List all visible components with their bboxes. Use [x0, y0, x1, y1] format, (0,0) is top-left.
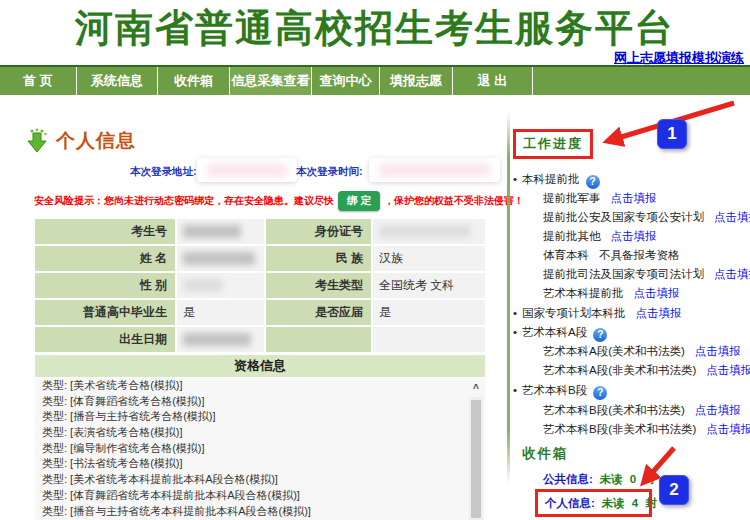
nav-item-home[interactable]: 首 页 — [0, 67, 77, 95]
nav-item-fill-volunteer[interactable]: 填报志愿 — [380, 67, 453, 95]
fill-link[interactable]: 点击填报 — [714, 268, 750, 280]
progress-sub-row: 提前批司法及国家专项司法计划点击填报 — [543, 267, 750, 282]
progress-item-label: 提前批司法及国家专项司法计划 — [543, 268, 704, 280]
qualification-item: 类型: [播音与主持省统考合格(模拟)] — [35, 409, 485, 425]
vertical-divider — [507, 112, 510, 484]
progress-item-label: 提前批公安及国家专项公安计划 — [543, 211, 704, 223]
progress-group-row: •本科提前批? — [513, 172, 600, 189]
public-info-link[interactable]: 公共信息: — [543, 473, 593, 485]
progress-group-label: 本科提前批 — [522, 173, 580, 185]
field-value-birth-date — [177, 327, 264, 352]
help-icon[interactable]: ? — [593, 386, 607, 400]
inbox-title: 收件箱 — [522, 445, 569, 463]
progress-item-label: 艺术本科A段(非美术和书法类) — [543, 364, 696, 376]
qualification-item: 类型: [体育舞蹈省统考本科提前批本科A段合格(模拟)] — [35, 488, 485, 504]
fill-link[interactable]: 点击填报 — [636, 307, 682, 319]
personal-info-link[interactable]: 个人信息: — [545, 497, 595, 509]
unread-unit: 封 — [643, 473, 655, 485]
qualification-item: 类型: [表演省统考合格(模拟)] — [35, 425, 485, 441]
progress-group-row: •艺术本科A段? — [513, 325, 607, 342]
scrollbar-thumb[interactable] — [471, 400, 481, 518]
progress-sub-row: 艺术本科A段(非美术和书法类)点击填报 — [543, 363, 750, 378]
nav-item-logout[interactable]: 退 出 — [453, 67, 533, 95]
progress-sub-row: 艺术本科提前批点击填报 — [543, 286, 680, 301]
field-label-birth-date: 出生日期 — [35, 327, 175, 352]
fill-link[interactable]: 点击填报 — [706, 364, 750, 376]
page-title: 河南省普通高校招生考生服务平台 — [0, 3, 750, 54]
inbox-personal-row: 个人信息:未读4封 — [545, 496, 657, 511]
section-title: 个人信息 — [56, 128, 136, 154]
fill-link[interactable]: 点击填报 — [611, 230, 657, 242]
redaction-blur — [207, 164, 287, 176]
fill-link[interactable]: 点击填报 — [695, 345, 741, 357]
scroll-up-icon[interactable]: ^ — [469, 382, 483, 396]
progress-item-label: 体育本科 — [543, 249, 589, 261]
field-value-id-no — [373, 219, 485, 244]
progress-group-row: •国家专项计划本科批点击填报 — [513, 306, 682, 321]
progress-sub-row: 艺术本科B段(非美术和书法类)点击填报 — [543, 422, 750, 437]
progress-sub-row: 提前批其他点击填报 — [543, 229, 657, 244]
field-value-gender — [177, 273, 264, 298]
fill-link[interactable]: 点击填报 — [706, 423, 750, 435]
progress-sub-row: 体育本科不具备报考资格 — [543, 248, 680, 263]
nav-item-query-center[interactable]: 查询中心 — [312, 67, 380, 95]
field-value-regular-hs-grad: 是 — [177, 300, 264, 325]
main-nav: 首 页 系统信息 收件箱 信息采集查看 查询中心 填报志愿 退 出 — [0, 65, 750, 95]
fill-link[interactable]: 点击填报 — [611, 192, 657, 204]
unread-count: 4 — [632, 497, 638, 509]
field-label-ethnicity: 民 族 — [266, 246, 371, 271]
qualification-item: 类型: [播音与主持省统考本科提前批本科A段合格(模拟)] — [35, 504, 485, 520]
not-qualified-note: 不具备报考资格 — [599, 249, 680, 261]
progress-group-row: •艺术本科B段? — [513, 383, 607, 400]
progress-sub-row: 提前批军事点击填报 — [543, 191, 657, 206]
bullet-icon: • — [513, 326, 517, 338]
qualification-item: 类型: [书法省统考合格(模拟)] — [35, 456, 485, 472]
field-label-gender: 性 别 — [35, 273, 175, 298]
fill-link[interactable]: 点击填报 — [695, 404, 741, 416]
progress-group-label: 艺术本科B段 — [522, 384, 587, 396]
login-address-label: 本次登录地址: — [130, 165, 197, 179]
qualification-item: 类型: [美术省统考本科提前批本科A段合格(模拟)] — [35, 472, 485, 488]
step-badge-1: 1 — [657, 119, 687, 149]
progress-item-label: 艺术本科B段(美术和书法类) — [543, 404, 685, 416]
login-address-value-redacted — [197, 158, 297, 182]
redaction-blur — [379, 164, 490, 176]
fill-link[interactable]: 点击填报 — [634, 287, 680, 299]
progress-item-label: 艺术本科B段(非美术和书法类) — [543, 423, 696, 435]
step-badge-2: 2 — [659, 475, 689, 505]
field-value-name — [177, 246, 264, 271]
progress-item-label: 艺术本科提前批 — [543, 287, 624, 299]
field-value-ethnicity: 汉族 — [373, 246, 485, 271]
qualification-list: 类型: [美术省统考合格(模拟)] 类型: [体育舞蹈省统考合格(模拟)] 类型… — [35, 378, 485, 520]
field-label-candidate-type: 考生类型 — [266, 273, 371, 298]
progress-title: 工作进度 — [523, 135, 583, 153]
scrollbar-track[interactable] — [469, 397, 483, 520]
bind-button[interactable]: 绑 定 — [338, 191, 380, 211]
nav-item-info-collection-view[interactable]: 信息采集查看 — [230, 67, 312, 95]
field-value-exam-no — [177, 219, 264, 244]
field-value-empty — [373, 327, 485, 352]
nav-item-system-info[interactable]: 系统信息 — [77, 67, 158, 95]
field-label-name: 姓 名 — [35, 246, 175, 271]
qualification-header: 资格信息 — [35, 355, 485, 377]
login-time-label: 本次登录时间: — [296, 165, 363, 179]
unread-label: 未读 — [602, 497, 625, 509]
qualification-item: 类型: [编导制作省统考合格(模拟)] — [35, 441, 485, 457]
nav-item-inbox[interactable]: 收件箱 — [158, 67, 230, 95]
redaction-blur — [183, 252, 255, 265]
qualification-item: 类型: [美术省统考合格(模拟)] — [35, 378, 485, 394]
redaction-blur — [379, 225, 471, 238]
field-label-exam-no: 考生号 — [35, 219, 175, 244]
unread-count: 0 — [630, 473, 636, 485]
unread-label: 未读 — [600, 473, 623, 485]
fill-link[interactable]: 点击填报 — [714, 211, 750, 223]
progress-group-label: 国家专项计划本科批 — [522, 307, 626, 319]
qualification-item: 类型: [体育舞蹈省统考合格(模拟)] — [35, 394, 485, 410]
help-icon[interactable]: ? — [586, 175, 600, 189]
security-warning-text: 安全风险提示：您尚未进行动态密码绑定，存在安全隐患。建议尽快 — [34, 194, 334, 208]
redaction-blur — [183, 279, 223, 292]
bullet-icon: • — [513, 173, 517, 185]
page: 河南省普通高校招生考生服务平台 网上志愿填报模拟演练 首 页 系统信息 收件箱 … — [0, 0, 750, 520]
help-icon[interactable]: ? — [593, 328, 607, 342]
field-label-empty — [266, 327, 371, 352]
